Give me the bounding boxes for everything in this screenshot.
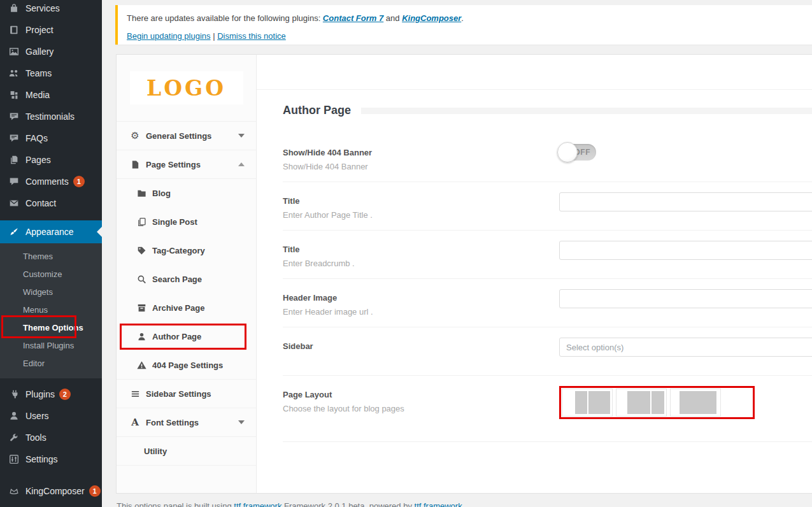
layout-option-full-width[interactable] (670, 389, 721, 417)
notice-actions: Begin updating plugins | Dismiss this no… (127, 30, 803, 42)
theme-nav-item-archive-page[interactable]: Archive Page (117, 294, 256, 322)
field-description: Enter Breadcrumb . (283, 259, 559, 268)
search-icon (136, 275, 146, 285)
theme-nav-item-blog[interactable]: Blog (117, 179, 256, 208)
submenu-item-theme-options[interactable]: Theme Options (0, 319, 102, 337)
menu-icon (130, 389, 140, 399)
sidebar-item-label: Appearance (25, 227, 74, 237)
font-icon: A (130, 417, 140, 427)
sidebar-item-faqs[interactable]: FAQs (0, 127, 102, 149)
theme-nav-item-author-page[interactable]: Author Page (117, 322, 256, 351)
sidebar-item-label: Services (25, 3, 60, 13)
copy-icon (136, 217, 146, 227)
theme-nav-item-general-settings[interactable]: ⚙General Settings (117, 122, 256, 150)
contact-form-7-link[interactable]: Contact Form 7 (323, 13, 383, 23)
layout-option-sidebar-left[interactable] (562, 389, 613, 417)
submenu-item-themes[interactable]: Themes (0, 248, 102, 266)
project-icon (8, 24, 20, 36)
sidebar-item-contact[interactable]: Contact (0, 192, 102, 214)
theme-nav-item-single-post[interactable]: Single Post (117, 208, 256, 236)
sidebar-item-label: Comments (25, 176, 69, 187)
sidebar-item-slider-revolution[interactable]: Slider Revolution (0, 502, 102, 507)
submenu-item-menus[interactable]: Menus (0, 301, 102, 319)
theme-nav-item-font-settings[interactable]: AFont Settings (117, 408, 256, 437)
settings-row-page-layout: Page LayoutChoose the layout for blog pa… (283, 376, 812, 442)
sidebar-item-gallery[interactable]: Gallery (0, 41, 102, 62)
theme-nav-item-label: Author Page (152, 332, 201, 341)
framework-footer-text: This options panel is built using (117, 501, 234, 507)
theme-logo: LOGO (130, 71, 243, 104)
sidebar-item-kingcomposer[interactable]: KingComposer1 (0, 480, 102, 502)
field-description: Enter Author Page Title . (283, 210, 559, 220)
title-input[interactable] (559, 192, 812, 211)
layout-option-sidebar-right[interactable] (616, 389, 667, 417)
dismiss-notice-link[interactable]: Dismiss this notice (217, 31, 286, 41)
comments-icon (8, 175, 20, 188)
annotation-page-layout (559, 386, 755, 419)
theme-nav-item-page-settings[interactable]: Page Settings (117, 150, 256, 179)
notice-conjunction: and (383, 13, 402, 23)
field-control-column: OFF (559, 143, 812, 171)
framework-link[interactable]: ttf framework (234, 501, 281, 507)
notice-prefix: There are updates available for the foll… (127, 13, 323, 23)
field-label-column: Sidebar (283, 336, 559, 365)
sidebar-item-media[interactable]: Media (0, 84, 102, 106)
kingcomposer-count-badge: 1 (89, 485, 101, 497)
layout-block (627, 391, 650, 414)
field-control-column (559, 385, 812, 419)
submenu-item-widgets[interactable]: Widgets (0, 283, 102, 301)
sidebar-item-users[interactable]: Users (0, 405, 102, 427)
sidebar-select[interactable]: Select option(s) (559, 338, 812, 357)
sidebar-item-label: Media (25, 90, 50, 100)
theme-nav-item-tag-category[interactable]: Tag-Category (117, 236, 256, 265)
sidebar-item-tools[interactable]: Tools (0, 427, 102, 448)
sidebar-item-plugins[interactable]: Plugins2 (0, 383, 102, 405)
settings-icon (8, 453, 20, 466)
theme-nav-item-label: Font Settings (146, 418, 199, 427)
layout-block (652, 391, 664, 414)
faqs-icon (8, 132, 20, 145)
header-image-input[interactable] (559, 289, 812, 308)
sidebar-item-testimonials[interactable]: Testimonials (0, 106, 102, 127)
sidebar-item-settings[interactable]: Settings (0, 448, 102, 470)
framework-footer-text: Framework 2.0.1 beta, powered by (281, 501, 414, 507)
submenu-item-install-plugins[interactable]: Install Plugins (0, 337, 102, 355)
sidebar-item-label: Contact (25, 198, 56, 208)
sidebar-item-teams[interactable]: Teams (0, 62, 102, 84)
admin-menu-lower: Plugins2UsersToolsSettings (0, 383, 102, 470)
field-label-column: TitleEnter Breadcrumb . (283, 239, 559, 268)
comments-count-badge: 1 (73, 176, 85, 187)
sidebar-item-label: Settings (25, 454, 58, 464)
gears-icon: ⚙ (130, 131, 140, 141)
theme-nav-item-sidebar-settings[interactable]: Sidebar Settings (117, 380, 256, 408)
theme-nav-item-utility[interactable]: Utility (117, 437, 256, 466)
select-placeholder: Select option(s) (566, 343, 623, 352)
theme-nav-item-404-page-settings[interactable]: 404 Page Settings (117, 351, 256, 380)
testimonials-icon (8, 110, 20, 123)
submenu-item-customize[interactable]: Customize (0, 266, 102, 283)
show-hide-404-banner-toggle[interactable]: OFF (559, 144, 596, 161)
sidebar-item-services[interactable]: Services (0, 0, 102, 19)
gallery-icon (8, 45, 20, 58)
framework-link[interactable]: ttf framework (415, 501, 462, 507)
page-title-row: Author Page (283, 104, 812, 117)
annotation-theme-options (1, 315, 76, 338)
begin-updating-plugins-link[interactable]: Begin updating plugins (127, 31, 211, 41)
submenu-item-editor[interactable]: Editor (0, 355, 102, 373)
kingcomposer-link[interactable]: KingComposer (402, 13, 461, 23)
layout-spacer (618, 391, 626, 414)
teams-icon (8, 67, 20, 80)
field-label: Title (283, 245, 559, 254)
theme-nav-item-search-page[interactable]: Search Page (117, 265, 256, 294)
theme-nav-item-label: Utility (144, 446, 167, 456)
sidebar-item-project[interactable]: Project (0, 19, 102, 41)
page-icon (130, 159, 140, 169)
appearance-icon (8, 225, 20, 238)
sidebar-item-appearance[interactable]: Appearance (0, 220, 102, 243)
plugins-icon (8, 388, 20, 401)
sidebar-item-comments[interactable]: Comments1 (0, 171, 102, 192)
sidebar-item-pages[interactable]: Pages (0, 149, 102, 171)
services-icon (8, 2, 20, 15)
layout-block (575, 391, 587, 414)
title-input[interactable] (559, 241, 812, 260)
